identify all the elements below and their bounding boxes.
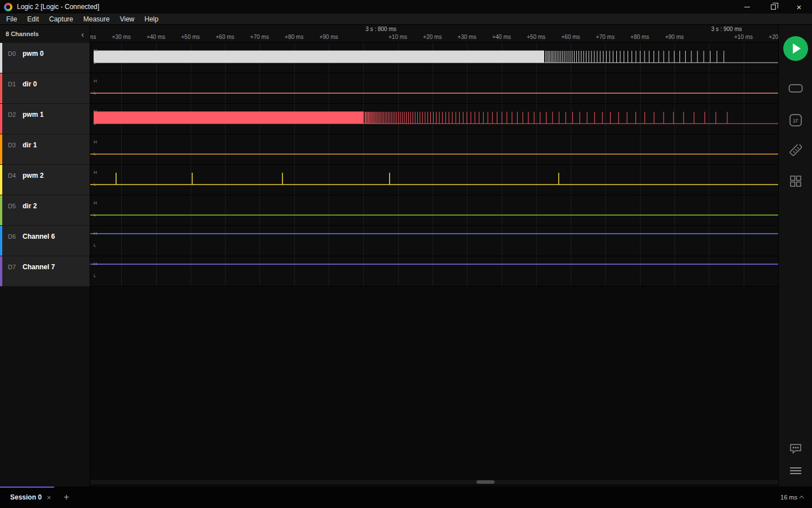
waveform-d4[interactable]: [90, 165, 778, 195]
timeline-tick-label: +30 ms: [112, 34, 131, 40]
timeline-tick-label: +30 ms: [458, 34, 476, 40]
collapse-sidebar-icon[interactable]: ‹: [81, 30, 84, 38]
level-label-low: L: [94, 60, 96, 65]
channel-sidebar: 8 Channels ‹ D0pwm 0D1dir 0D2pwm 1D3dir …: [0, 25, 90, 487]
scrollbar-thumb[interactable]: [476, 480, 495, 484]
close-icon: ×: [797, 3, 802, 11]
channel-name: Channel 7: [23, 263, 55, 271]
channel-color-strip: [0, 256, 2, 286]
channel-row-d3[interactable]: D3dir 1: [0, 134, 90, 165]
channel-color-strip: [0, 104, 2, 134]
comments-icon[interactable]: [789, 443, 802, 457]
channel-count-label: 8 Channels: [6, 30, 39, 37]
title-bar: Logic 2 [Logic - Connected] ×: [0, 0, 812, 14]
channel-color-strip: [0, 226, 2, 256]
menu-view[interactable]: View: [114, 14, 139, 24]
play-icon: [793, 43, 801, 54]
channel-id: D6: [8, 233, 23, 240]
horizontal-scrollbar[interactable]: [90, 480, 778, 484]
timeline-tick-label: +10 ms: [389, 34, 407, 40]
channel-name: Channel 6: [23, 233, 55, 240]
timeline-tick-label: +20 ms: [423, 34, 442, 40]
waveform-d6[interactable]: [90, 226, 778, 256]
channel-name: dir 1: [23, 141, 37, 149]
timing-scale-toggle[interactable]: 16 ms: [780, 494, 804, 501]
level-label-high: H: [94, 261, 97, 266]
level-label-high: H: [94, 139, 97, 144]
menu-measure[interactable]: Measure: [78, 14, 115, 24]
close-session-icon[interactable]: ×: [47, 493, 51, 502]
session-tab[interactable]: Session 0: [10, 493, 42, 501]
menu-help[interactable]: Help: [139, 14, 164, 24]
timeline-major-label: 3 s : 900 ms: [711, 26, 742, 32]
add-session-button[interactable]: +: [64, 492, 69, 503]
wave-row-d5[interactable]: HL: [90, 195, 778, 226]
timeline-tick-label: +70 ms: [250, 34, 269, 40]
channel-row-d0[interactable]: D0pwm 0: [0, 43, 90, 73]
analyzers-icon[interactable]: 1F: [789, 114, 802, 129]
channel-row-d2[interactable]: D2pwm 1: [0, 104, 90, 134]
waveform-d5[interactable]: [90, 195, 778, 226]
menu-edit[interactable]: Edit: [22, 14, 44, 24]
channel-row-d7[interactable]: D7Channel 7: [0, 256, 90, 287]
level-label-low: L: [94, 212, 96, 217]
wave-row-d4[interactable]: HL: [90, 165, 778, 195]
level-label-high: H: [94, 200, 97, 205]
wave-row-d7[interactable]: HL: [90, 256, 778, 287]
wave-row-d2[interactable]: HL: [90, 104, 778, 134]
timeline-tick-label: +60 ms: [562, 34, 580, 40]
channel-id: D7: [8, 264, 23, 270]
timeline-tick-label: +90 ms: [319, 34, 338, 40]
start-capture-button[interactable]: [783, 36, 808, 61]
waveform-d1[interactable]: [90, 73, 778, 104]
waveform-d3[interactable]: [90, 134, 778, 165]
restore-button[interactable]: [760, 0, 786, 14]
restore-icon: [771, 5, 776, 10]
level-label-high: H: [94, 231, 97, 236]
waveform-d7[interactable]: [90, 256, 778, 287]
timeline-major-label: 3 s : 800 ms: [365, 26, 396, 32]
timeline-tick-label: +20 ms: [90, 34, 96, 40]
channel-row-d5[interactable]: D5dir 2: [0, 195, 90, 226]
wave-row-d0[interactable]: HL: [90, 43, 778, 73]
measurements-icon[interactable]: [789, 144, 802, 159]
wave-row-d6[interactable]: HL: [90, 226, 778, 256]
timeline-ruler[interactable]: +20 ms+30 ms+40 ms+50 ms+60 ms+70 ms+80 …: [90, 25, 778, 43]
channel-color-strip: [0, 43, 2, 73]
level-label-high: H: [94, 109, 97, 114]
menu-bar: FileEditCaptureMeasureViewHelp: [0, 14, 812, 25]
menu-file[interactable]: File: [1, 14, 22, 24]
menu-icon[interactable]: [790, 467, 801, 477]
minimize-button[interactable]: [734, 0, 760, 14]
channel-id: D4: [8, 172, 23, 179]
extensions-icon[interactable]: [789, 175, 802, 190]
level-label-low: L: [94, 121, 96, 126]
waveform-d2[interactable]: [90, 104, 778, 134]
channel-row-d1[interactable]: D1dir 0: [0, 73, 90, 104]
main-area: 8 Channels ‹ D0pwm 0D1dir 0D2pwm 1D3dir …: [0, 25, 812, 487]
timeline-tick-label: +80 ms: [630, 34, 649, 40]
channel-name: pwm 0: [23, 50, 43, 58]
level-label-high: H: [94, 78, 97, 84]
timeline-tick-label: +60 ms: [216, 34, 235, 40]
channel-id: D0: [8, 50, 23, 57]
timeline-tick-label: +90 ms: [665, 34, 683, 40]
channel-row-d6[interactable]: D6Channel 6: [0, 226, 90, 256]
wave-row-d3[interactable]: HL: [90, 134, 778, 165]
app-logo-icon: [4, 3, 12, 11]
channel-name: dir 0: [23, 80, 37, 88]
timeline-tick-label: +20 ms: [769, 34, 778, 40]
menu-capture[interactable]: Capture: [44, 14, 78, 24]
logic2-app: Logic 2 [Logic - Connected] × FileEditCa…: [0, 0, 812, 508]
timeline-tick-label: +50 ms: [527, 34, 545, 40]
active-tab-indicator: [0, 487, 54, 488]
channel-row-d4[interactable]: D4pwm 2: [0, 165, 90, 195]
close-button[interactable]: ×: [786, 0, 812, 14]
waveform-d0[interactable]: [90, 43, 778, 73]
device-settings-icon[interactable]: [788, 84, 803, 96]
timing-scale-label: 16 ms: [780, 494, 797, 501]
wave-row-d1[interactable]: HL: [90, 73, 778, 104]
window-title: Logic 2 [Logic - Connected]: [17, 3, 99, 11]
channel-id: D1: [8, 81, 23, 87]
timeline-tick-label: +40 ms: [147, 34, 165, 40]
